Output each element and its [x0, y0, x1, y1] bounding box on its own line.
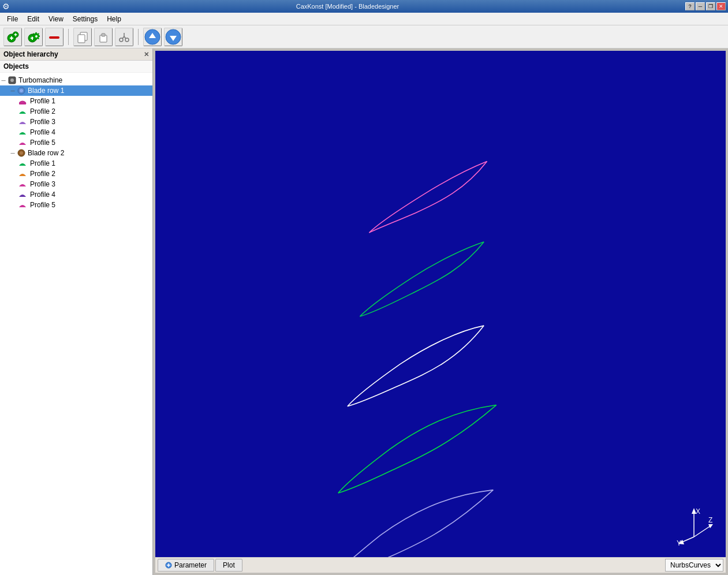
profile-4-row1-icon	[18, 128, 29, 137]
axis-indicator: X Z Y	[674, 505, 714, 546]
object-hierarchy-panel: Object hierarchy ✕ Objects ─ Turbomachin…	[0, 48, 153, 575]
tree-item-blade-row-1[interactable]: ─ Blade row 1	[0, 85, 152, 96]
profile-3-row1-icon	[18, 117, 29, 126]
profile-2-row1-icon	[18, 107, 29, 116]
svg-text:X: X	[696, 507, 700, 516]
green-blade-curve-2	[338, 405, 496, 493]
restore-btn[interactable]: ❐	[706, 2, 715, 10]
titlebar: ⚙ CaxKonst [Modified] - Bladedesigner ? …	[0, 0, 728, 13]
cut-button[interactable]	[115, 28, 133, 46]
tree-item-profile-5-row1[interactable]: Profile 5	[0, 137, 152, 148]
titlebar-title: CaxKonst [Modified] - Bladedesigner	[10, 3, 685, 10]
separator-1	[68, 29, 69, 45]
parameter-tab-icon	[165, 562, 172, 569]
profile-2-row2-label: Profile 2	[29, 170, 55, 178]
viewport-container: X Z Y	[153, 48, 728, 575]
menu-settings[interactable]: Settings	[68, 13, 102, 25]
profile-4-row1-label: Profile 4	[29, 128, 55, 136]
tree-item-profile-5-row2[interactable]: Profile 5	[0, 200, 152, 210]
svg-rect-10	[49, 36, 59, 39]
blade-row-1-label: Blade row 1	[27, 87, 64, 95]
object-tree: ─ Turbomachine ─ Blade row 1	[0, 73, 152, 575]
svg-point-25	[10, 79, 14, 82]
close-btn[interactable]: ✕	[716, 2, 726, 10]
svg-text:Z: Z	[708, 516, 712, 524]
sidebar-close-button[interactable]: ✕	[144, 51, 149, 58]
parameter-tab[interactable]: Parameter	[158, 559, 214, 572]
tree-item-profile-1-row2[interactable]: Profile 1	[0, 158, 152, 169]
profile-3-row2-icon	[18, 180, 29, 189]
blade-row-2-label: Blade row 2	[27, 149, 64, 157]
minimize-btn[interactable]: ─	[696, 2, 705, 10]
plot-tab[interactable]: Plot	[215, 559, 242, 572]
svg-text:Y: Y	[677, 539, 681, 546]
white-blade-curve	[348, 326, 484, 406]
plot-tab-label: Plot	[223, 561, 235, 569]
toggle-blade-row-1[interactable]: ─	[9, 88, 16, 94]
turbomachine-label: Turbomachine	[17, 76, 62, 84]
tree-item-profile-4-row1[interactable]: Profile 4	[0, 127, 152, 137]
turbomachine-icon	[7, 76, 17, 85]
svg-line-34	[694, 525, 711, 537]
profile-5-row2-label: Profile 5	[29, 201, 55, 209]
svg-rect-14	[102, 33, 105, 36]
tree-item-profile-1-row1[interactable]: Profile 1	[0, 96, 152, 106]
menu-help[interactable]: Help	[102, 13, 126, 25]
titlebar-left: ⚙	[2, 2, 10, 11]
bottom-right: NurbsCurves Bezier Lines	[665, 559, 723, 572]
profile-1-row2-icon	[18, 159, 29, 168]
pink-blade-curve	[369, 162, 487, 233]
svg-point-27	[20, 89, 23, 92]
tree-item-profile-3-row1[interactable]: Profile 3	[0, 117, 152, 127]
svg-line-18	[124, 36, 126, 39]
profile-3-row2-label: Profile 3	[29, 180, 55, 188]
bottom-tabs: Parameter Plot	[158, 559, 242, 572]
blade-row-2-icon	[16, 148, 27, 158]
profile-4-row2-icon	[18, 190, 29, 199]
blade-row-1-icon	[16, 86, 27, 95]
parameter-tab-label: Parameter	[174, 561, 207, 569]
profile-1-row2-label: Profile 1	[29, 159, 55, 167]
svg-point-30	[20, 151, 23, 155]
svg-point-9	[35, 35, 38, 38]
menu-edit[interactable]: Edit	[23, 13, 44, 25]
profile-2-row2-icon	[18, 169, 29, 178]
svg-marker-35	[708, 524, 713, 528]
menu-view[interactable]: View	[44, 13, 68, 25]
profile-5-row2-icon	[18, 200, 29, 210]
curves-dropdown[interactable]: NurbsCurves Bezier Lines	[665, 559, 723, 572]
toggle-blade-row-2[interactable]: ─	[9, 150, 16, 156]
help-btn[interactable]: ?	[685, 2, 695, 10]
sidebar-header: Object hierarchy ✕	[0, 48, 152, 61]
toggle-turbomachine[interactable]: ─	[0, 77, 7, 84]
menu-file[interactable]: File	[2, 13, 23, 25]
main-area: Object hierarchy ✕ Objects ─ Turbomachin…	[0, 48, 728, 575]
copy-button[interactable]	[73, 28, 92, 46]
add-settings-button[interactable]	[24, 28, 43, 46]
move-down-button[interactable]	[164, 28, 182, 46]
tree-item-profile-2-row2[interactable]: Profile 2	[0, 169, 152, 179]
tree-item-profile-4-row2[interactable]: Profile 4	[0, 189, 152, 200]
light-blue-blade-curve	[328, 490, 494, 557]
paste-button[interactable]	[94, 28, 113, 46]
profile-3-row1-label: Profile 3	[29, 118, 55, 126]
move-up-button[interactable]	[143, 28, 162, 46]
titlebar-controls: ? ─ ❐ ✕	[685, 2, 726, 10]
svg-rect-12	[78, 35, 85, 43]
tree-item-turbomachine[interactable]: ─ Turbomachine	[0, 75, 152, 85]
profile-1-row1-label: Profile 1	[29, 97, 55, 105]
toolbar	[0, 25, 728, 48]
menubar: File Edit View Settings Help	[0, 13, 728, 25]
viewport[interactable]: X Z Y	[155, 51, 726, 557]
objects-label: Objects	[0, 61, 152, 73]
profile-5-row1-label: Profile 5	[29, 139, 55, 147]
profile-4-row2-label: Profile 4	[29, 191, 55, 199]
tree-item-blade-row-2[interactable]: ─ Blade row 2	[0, 148, 152, 158]
remove-button[interactable]	[45, 28, 64, 46]
sidebar-title: Object hierarchy	[3, 50, 58, 58]
tree-item-profile-3-row2[interactable]: Profile 3	[0, 179, 152, 189]
tree-item-profile-2-row1[interactable]: Profile 2	[0, 106, 152, 117]
add-object-button[interactable]	[3, 28, 22, 46]
separator-2	[138, 29, 139, 45]
profile-2-row1-label: Profile 2	[29, 107, 55, 115]
